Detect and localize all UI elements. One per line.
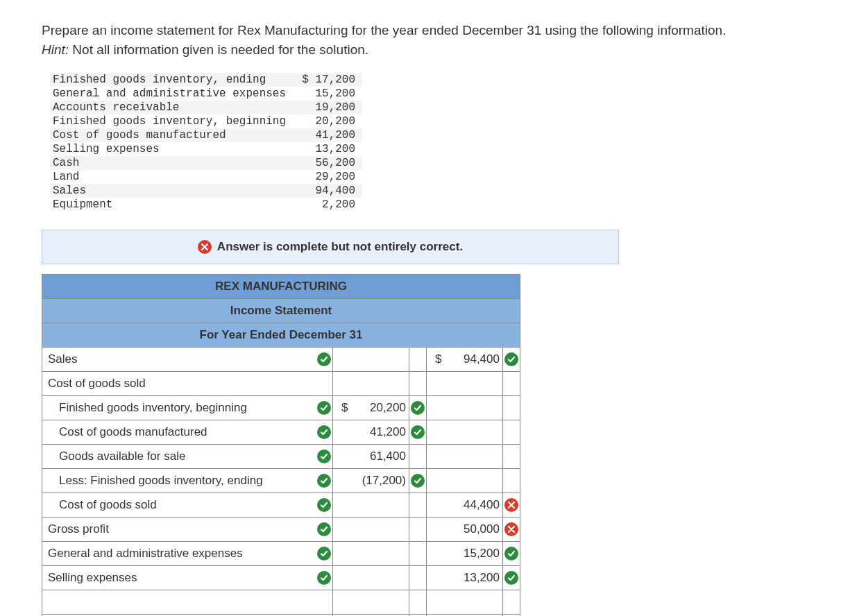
amount-cell[interactable]: (17,200) [332,469,409,493]
amount-value: 41,200 [370,425,406,439]
amount-cell[interactable]: 44,400 [426,493,502,517]
line-item-label[interactable]: Selling expenses [42,566,316,590]
line-item-label[interactable] [42,590,316,615]
info-row: Accounts receivable19,200 [50,101,362,114]
info-label: Equipment [50,198,293,212]
mark-cell [409,348,426,372]
mark-cell [409,566,426,590]
mark-cell [316,445,333,469]
mark-cell [409,493,426,517]
income-statement-table: REX MANUFACTURING Income Statement For Y… [42,274,520,616]
amount-cell[interactable] [426,420,502,445]
given-information-table: Finished goods inventory, ending$ 17,200… [50,73,362,212]
info-row: Land29,200 [50,170,362,184]
line-item-label[interactable]: General and administrative expenses [42,542,316,566]
info-label: Land [50,170,293,184]
amount-cell[interactable]: 61,400 [332,445,409,469]
amount-cell[interactable]: $94,400 [426,348,502,372]
prompt-text: Prepare an income statement for Rex Manu… [42,23,726,37]
amount-cell[interactable]: 15,200 [426,542,502,566]
statement-row: Gross profit50,000 [42,517,520,542]
line-item-label[interactable]: Goods available for sale [42,445,316,469]
info-row: General and administrative expenses15,20… [50,87,362,101]
amount-cell[interactable] [332,517,409,542]
mark-cell [502,469,520,493]
cross-icon [504,522,518,536]
info-value: 56,200 [293,156,362,170]
statement-row: Cost of goods sold [42,372,520,396]
check-icon [317,547,331,561]
dollar-sign: $ [432,352,441,366]
amount-cell[interactable] [426,469,502,493]
check-icon [411,425,425,439]
statement-row: Sales$94,400 [42,348,520,372]
mark-cell [409,469,426,493]
amount-cell[interactable]: 50,000 [426,517,502,542]
amount-cell[interactable] [332,493,409,517]
mark-cell [502,493,520,517]
mark-cell [316,566,333,590]
statement-row: Goods available for sale61,400 [42,445,520,469]
statement-row: Cost of goods manufactured41,200 [42,420,520,445]
info-value: 13,200 [293,142,362,156]
line-item-label[interactable]: Cost of goods sold [42,372,316,396]
dollar-sign: $ [339,401,348,415]
mark-cell [316,348,333,372]
mark-cell [409,590,426,615]
info-row: Finished goods inventory, beginning20,20… [50,114,362,128]
check-icon [317,352,331,366]
mark-cell [316,372,333,396]
mark-cell [409,420,426,445]
info-value: 19,200 [293,101,362,114]
statement-row: Cost of goods sold44,400 [42,493,520,517]
mark-cell [502,372,520,396]
info-row: Sales94,400 [50,184,362,198]
amount-value: 44,400 [464,498,500,512]
amount-cell[interactable] [332,590,409,615]
check-icon [504,571,518,585]
info-label: Finished goods inventory, beginning [50,114,293,128]
check-icon [317,425,331,439]
mark-cell [316,542,333,566]
mark-cell [316,420,333,445]
mark-cell [316,469,333,493]
amount-cell[interactable] [426,590,502,615]
amount-cell[interactable] [426,396,502,420]
line-item-label[interactable]: Gross profit [42,517,316,542]
check-icon [411,474,425,488]
amount-cell[interactable] [332,542,409,566]
amount-value: 20,200 [370,401,406,415]
statement-subtitle: Income Statement [42,299,520,323]
cross-icon [198,240,212,254]
amount-value: 94,400 [464,352,500,366]
statement-row: General and administrative expenses15,20… [42,542,520,566]
statement-row: Selling expenses13,200 [42,566,520,590]
statement-row: Less: Finished goods inventory, ending(1… [42,469,520,493]
amount-cell[interactable]: 41,200 [332,420,409,445]
mark-cell [502,348,520,372]
question-prompt: Prepare an income statement for Rex Manu… [42,21,799,59]
info-value: 20,200 [293,114,362,128]
line-item-label[interactable]: Cost of goods manufactured [42,420,316,445]
amount-cell[interactable] [332,566,409,590]
amount-value: (17,200) [362,474,406,488]
mark-cell [502,590,520,615]
mark-cell [409,517,426,542]
line-item-label[interactable]: Finished goods inventory, beginning [42,396,316,420]
amount-cell[interactable]: 13,200 [426,566,502,590]
info-value: 94,400 [293,184,362,198]
mark-cell [316,590,333,615]
hint-label: Hint: [42,42,69,57]
amount-cell[interactable] [426,372,502,396]
amount-cell[interactable] [332,372,409,396]
feedback-banner: Answer is complete but not entirely corr… [42,230,619,264]
mark-cell [502,542,520,566]
line-item-label[interactable]: Sales [42,348,316,372]
amount-cell[interactable] [426,445,502,469]
amount-cell[interactable]: $20,200 [332,396,409,420]
amount-cell[interactable] [332,348,409,372]
line-item-label[interactable]: Cost of goods sold [42,493,316,517]
line-item-label[interactable]: Less: Finished goods inventory, ending [42,469,316,493]
info-row: Cost of goods manufactured41,200 [50,128,362,142]
mark-cell [409,445,426,469]
